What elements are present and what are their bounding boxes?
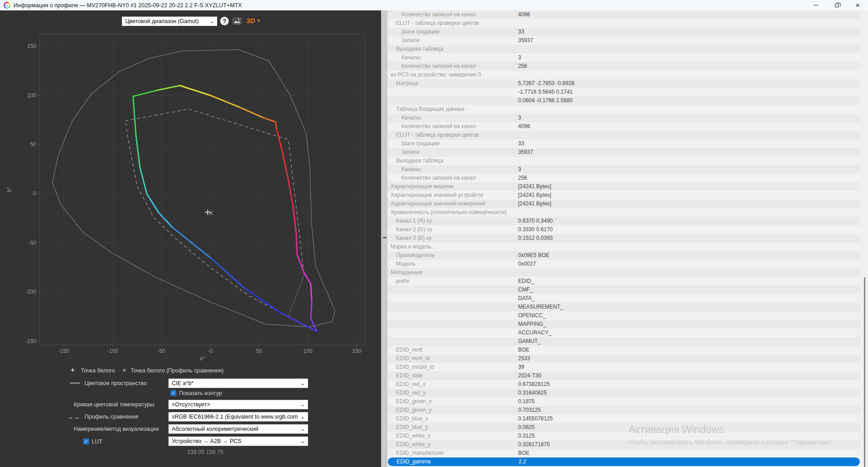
minimize-button[interactable] [806,0,826,10]
close-button[interactable]: ✕ [847,0,868,10]
table-row[interactable]: Производитель0x09E5 BOE [387,251,860,260]
table-row[interactable]: EDID_mnftBOE [387,346,860,354]
colorspace-select[interactable]: CIE a*b* ⌄ [168,378,308,388]
chevron-down-icon: ⌄ [300,401,305,408]
row-value: 0.31640625 [518,389,547,397]
table-row[interactable]: Таблица Входящих данных [387,105,860,114]
row-value: 0.3330 0.6170 [518,225,553,234]
profile-gamut-outline [240,107,264,118]
table-row[interactable]: CMF_ [387,286,860,294]
table-row[interactable]: Шаги градации33 [387,139,860,148]
table-row[interactable]: ACCURACY_ [387,329,860,337]
show-outline-checkbox[interactable]: ✓ [170,390,176,396]
table-row[interactable]: Хроматичность (относительно освещённости… [387,208,860,217]
row-value: 33 [518,139,524,148]
intent-select[interactable]: Абсолютный колориметрический ⌄ [168,424,308,434]
row-value: 0.0604 -0.1766 2.5680 [518,96,573,105]
table-row[interactable]: EDID_model_id39 [387,363,860,372]
table-row[interactable]: DATA_ [387,294,860,303]
row-label: EDID_manufacturer [396,449,444,457]
table-row[interactable]: 0.0604 -0.1766 2.5680 [387,96,860,105]
table-row[interactable]: Характеризация значений измерений[24241 … [387,200,860,208]
row-label: Каналы [401,53,421,62]
table-row[interactable]: EDID_gamma2.2 [388,457,860,466]
table-row[interactable]: Количество записей на канал4096 [387,10,860,19]
lut-checkbox[interactable]: ✓ [83,438,89,444]
table-row[interactable]: OPENICC_ [387,311,860,320]
table-row[interactable]: Записи35937 [387,148,860,157]
table-row[interactable]: EDID_red_y0.31640625 [387,389,860,397]
y-tick-label: 150 [27,43,36,49]
cmp-profile-select[interactable]: sRGB IEC61966-2.1 (Equivalent to www.srg… [168,412,308,422]
table-row[interactable]: Канал 2 (G) xy0.3330 0.6170 [387,225,860,234]
row-value: 33 [518,28,524,36]
restore-button[interactable] [826,0,847,10]
table-row[interactable]: Канал 1 (R) xy0.6370 0.3490 [387,217,860,225]
row-label: EDID_blue_y [396,423,428,432]
row-value: DATA_ [518,294,535,303]
table-row[interactable]: Марка и модель [387,243,860,251]
table-row[interactable]: EDID_mnft_id2533 [387,354,860,363]
row-label: Характеризация значений устройств [391,191,483,200]
table-row[interactable]: GAMUT_ [387,337,860,346]
table-row[interactable]: CLUT - таблица проверки цветов [387,131,860,139]
temp-curve-select[interactable]: <Отсутствует> ⌄ [168,400,308,410]
table-row[interactable]: MEASUREMENT_ [387,303,860,311]
splitter-grip-icon[interactable]: ◄► [381,236,387,239]
row-label: Количество записей на канал [401,174,476,182]
row-value: [24241 Bytes] [518,182,551,191]
table-row[interactable]: Шаги градации33 [387,28,860,36]
row-label: CLUT - таблица проверки цветов [396,19,479,28]
table-row[interactable]: Характеризация мишени[24241 Bytes] [387,182,860,191]
table-row[interactable]: Количество записей на канал4096 [387,122,860,131]
table-row[interactable]: EDID_green_x0.1875 [387,397,860,406]
table-row[interactable]: EDID_red_x0.673828125 [387,380,860,389]
table-row[interactable]: EDID_manufacturerBOE [387,449,860,457]
profile-gamut-outline [136,136,140,167]
table-row[interactable]: EDID_green_y0.703125 [387,406,860,415]
row-label: EDID_green_y [396,406,432,415]
table-row[interactable]: Каналы3 [387,114,860,122]
table-row[interactable]: Матрица5.7267 -2.7853 -0.8928 [387,79,860,88]
y-tick-label: -50 [28,240,37,246]
table-row[interactable]: CLUT - таблица проверки цветов [387,19,860,28]
row-label: Канал 1 (R) xy [396,217,432,225]
table-row[interactable]: Канал 3 (B) xy0.1512 0.0393 [387,234,860,243]
row-label: EDID_blue_x [396,415,428,423]
table-row[interactable]: Выходная таблица [387,157,860,165]
profile-gamut-outline [245,288,281,313]
gamut-plot[interactable]: -150-100-50-05010015015010050-0-50-100-1… [0,10,381,363]
table-row[interactable]: EDID_date2024-T30 [387,372,860,380]
row-value: EDID_ [518,277,534,286]
lut-select[interactable]: Устройство → A2B → PCS ⌄ [168,436,308,446]
table-row[interactable]: из PCS на устройство: намерение 0 [387,71,860,79]
row-value: 0x0027 [518,260,536,268]
row-label: Производитель [396,251,434,260]
table-row[interactable]: Каналы3 [387,53,860,62]
table-row[interactable]: Записи35937 [387,36,860,45]
table-row[interactable]: EDID_blue_x0.1455078125 [387,415,860,423]
table-row[interactable]: -1.7716 3.5645 0.1741 [387,88,860,96]
table-row[interactable]: Характеризация значений устройств[24241 … [387,191,860,200]
table-row[interactable]: prefixEDID_ [387,277,860,286]
profile-gamut-outline [156,86,180,91]
row-label: Канал 3 (B) xy [396,234,432,243]
row-value: OPENICC_ [518,311,546,320]
scrollbar-thumb[interactable] [864,277,865,467]
windows-activation-watermark: Активация Windows Чтобы активировать Win… [628,424,833,446]
table-row[interactable]: Выходная таблица [387,45,860,53]
table-row[interactable]: Количество записей на канал256 [387,62,860,71]
profile-gamut-outline [180,86,210,95]
x-tick-label: -100 [107,348,118,354]
row-label: EDID_model_id [396,363,434,372]
table-row[interactable]: Модель0x0027 [387,260,860,268]
table-row[interactable]: Каналы3 [387,165,860,174]
table-row[interactable]: Количество записей на канал256 [387,174,860,182]
row-value: 0.1455078125 [518,415,553,423]
comparison-gamut-dashed [125,121,288,316]
table-row[interactable]: Метаданные [387,268,860,277]
table-row[interactable]: MAPPING_ [387,320,860,329]
row-value: [24241 Bytes] [518,191,551,200]
splitter-sash[interactable]: ◄► [381,10,387,467]
chevron-down-icon: ⌄ [300,438,305,444]
